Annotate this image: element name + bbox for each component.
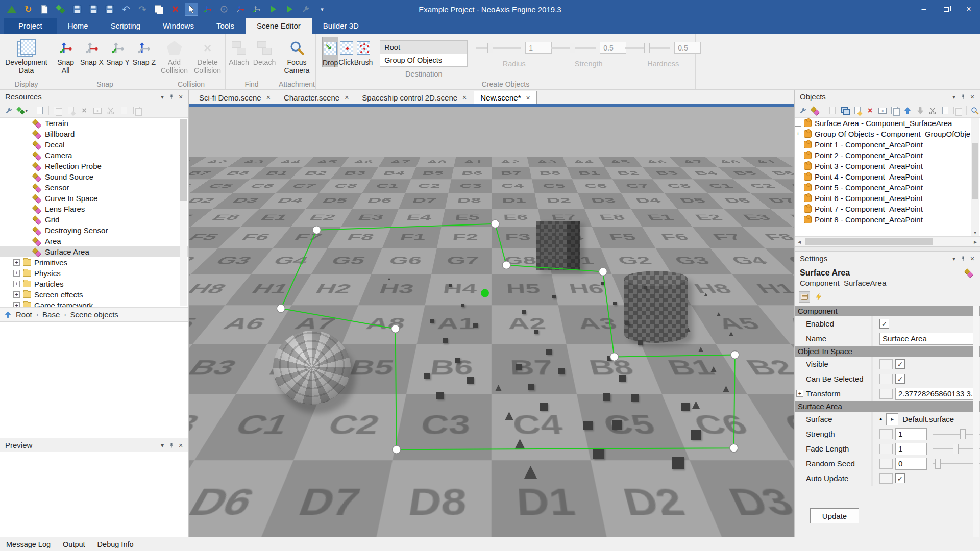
breadcrumb-root[interactable]: Root [16, 310, 32, 319]
redo-icon[interactable]: ↷ [136, 3, 149, 16]
resource-item[interactable]: Reflection Probe [0, 161, 188, 171]
slider-thumb[interactable] [570, 43, 575, 53]
duplicate-icon[interactable] [152, 3, 165, 16]
update-button[interactable]: Update [810, 508, 859, 523]
detach-button[interactable]: Detach [252, 37, 277, 66]
scroll-right-icon[interactable]: ▸ [971, 238, 980, 245]
development-data-button[interactable]: Development Data [2, 37, 51, 74]
ribbon-tab[interactable]: Project [4, 18, 57, 34]
scroll-thumb[interactable] [805, 238, 933, 245]
resource-item[interactable]: Terrain [0, 118, 188, 129]
status-tab[interactable]: Message Log [0, 537, 57, 551]
resource-item[interactable]: + Primitives [0, 257, 188, 268]
slider-value[interactable]: 0.5 [600, 42, 626, 54]
display-options-icon[interactable]: ▾ [16, 105, 28, 116]
resources-icon[interactable] [54, 3, 67, 16]
area-point[interactable] [391, 324, 400, 333]
checkbox[interactable]: ✓ [879, 319, 889, 329]
import-icon[interactable] [52, 105, 63, 116]
panel-splitter[interactable] [795, 246, 980, 252]
object-item[interactable]: Point 2 - Component_AreaPoint [795, 150, 980, 161]
utilities-icon[interactable] [299, 3, 312, 16]
tools-icon[interactable] [798, 105, 808, 116]
area-pivot-point[interactable] [481, 289, 489, 297]
drop-mode-button[interactable]: ↘ Drop [322, 37, 338, 67]
refresh-icon[interactable]: ↻ [21, 3, 35, 16]
area-point[interactable] [312, 226, 321, 234]
checkbox[interactable]: ✓ [895, 374, 905, 384]
tools-icon[interactable] [3, 105, 14, 116]
focus-camera-button[interactable]: Focus Camera [280, 37, 314, 74]
property-row[interactable]: Random Seed • ▸ 0 0 [795, 456, 980, 471]
resource-item[interactable]: Billboard [0, 129, 188, 139]
object-item[interactable]: Point 8 - Component_AreaPoint [795, 214, 980, 225]
move-up-icon[interactable] [902, 105, 913, 116]
checkbox[interactable]: ✓ [895, 473, 905, 483]
checkbox[interactable]: ✓ [895, 359, 905, 369]
undo-icon[interactable]: ↶ [119, 3, 133, 16]
delete-collision-button[interactable]: × Delete Collision [191, 37, 224, 74]
slider-thumb[interactable] [644, 43, 650, 53]
resource-item[interactable]: Decal [0, 139, 188, 150]
settings-scrollbar[interactable] [973, 306, 979, 537]
property-row[interactable]: Surface • ▸ Default.surface Def [795, 412, 980, 427]
breadcrumb-scene-objects[interactable]: Scene objects [70, 310, 118, 319]
area-point[interactable] [599, 268, 607, 276]
close-tab-icon[interactable]: × [526, 94, 530, 102]
click-mode-button[interactable]: Click [338, 37, 354, 66]
properties-icon[interactable] [799, 291, 810, 303]
edit-icon[interactable] [827, 105, 838, 116]
resource-item[interactable]: Sensor [0, 182, 188, 193]
duplicate-icon[interactable] [890, 105, 901, 116]
resource-item[interactable]: Surface Area [0, 246, 188, 257]
value-input[interactable]: 0 [895, 458, 927, 470]
pin-icon[interactable] [959, 254, 968, 263]
reference-button[interactable]: ▸ [886, 413, 898, 425]
object-item[interactable]: Point 1 - Component_AreaPoint [795, 139, 980, 150]
save-icon[interactable] [70, 3, 84, 16]
value-input[interactable]: 2.37728265860133 3.209 [895, 388, 975, 400]
snap-all-button[interactable]: Snap All [53, 37, 78, 74]
object-item[interactable]: Point 5 - Component_AreaPoint [795, 182, 980, 193]
ribbon-tab[interactable]: Windows [152, 18, 205, 34]
close-tab-icon[interactable]: × [266, 93, 271, 102]
default-flag-box[interactable] [879, 429, 893, 439]
close-icon[interactable]: × [176, 92, 185, 102]
scene-viewport[interactable]: A1A2A3A4A5A6A7A8A1A2A3A4A5A6A7A8A1A2B6B7… [189, 107, 794, 537]
snap-y-button[interactable]: Snap Y [106, 37, 131, 66]
snap-z-button[interactable]: Snap Z [132, 37, 157, 66]
new-object-icon[interactable] [852, 105, 863, 116]
attach-button[interactable]: Attach [227, 37, 251, 66]
area-point[interactable] [502, 261, 510, 269]
component-icon[interactable] [811, 105, 821, 116]
restore-button[interactable] [935, 0, 958, 18]
expand-toggle[interactable]: + [13, 291, 20, 298]
play-icon[interactable] [266, 3, 280, 16]
move-down-icon[interactable] [915, 105, 926, 116]
area-point[interactable] [731, 350, 739, 359]
new-file-icon[interactable] [38, 3, 51, 16]
ribbon-tab[interactable]: Builder 3D [312, 18, 370, 34]
minimize-button[interactable]: – [913, 0, 935, 18]
close-icon[interactable]: × [968, 92, 977, 102]
destination-list[interactable]: RootGroup Of Objects [380, 40, 468, 67]
paste-icon[interactable] [132, 105, 143, 116]
slider-value[interactable]: 1 [525, 42, 552, 54]
close-tab-icon[interactable]: × [345, 93, 349, 102]
slider-track[interactable] [625, 47, 670, 49]
resource-item[interactable]: Sound Source [0, 171, 188, 182]
status-tab[interactable]: Output [57, 537, 91, 551]
rotate-tool-icon[interactable] [217, 3, 231, 16]
brush-mode-button[interactable]: Brush [354, 37, 373, 66]
property-row[interactable]: Visible • ▸ ✓ [795, 357, 980, 371]
panel-menu-icon[interactable]: ▾ [949, 92, 959, 102]
slider-thumb[interactable] [487, 43, 493, 53]
resource-item[interactable]: Destroying Sensor [0, 225, 188, 236]
slider-thumb[interactable] [960, 429, 966, 439]
rename-icon[interactable]: x [877, 105, 888, 116]
slider-value[interactable]: 0.5 [674, 42, 701, 54]
default-flag-box[interactable] [879, 444, 893, 454]
cut-icon[interactable] [105, 105, 116, 116]
value-input[interactable]: 1 [895, 428, 927, 440]
snap-x-button[interactable]: Snap X [79, 37, 104, 66]
